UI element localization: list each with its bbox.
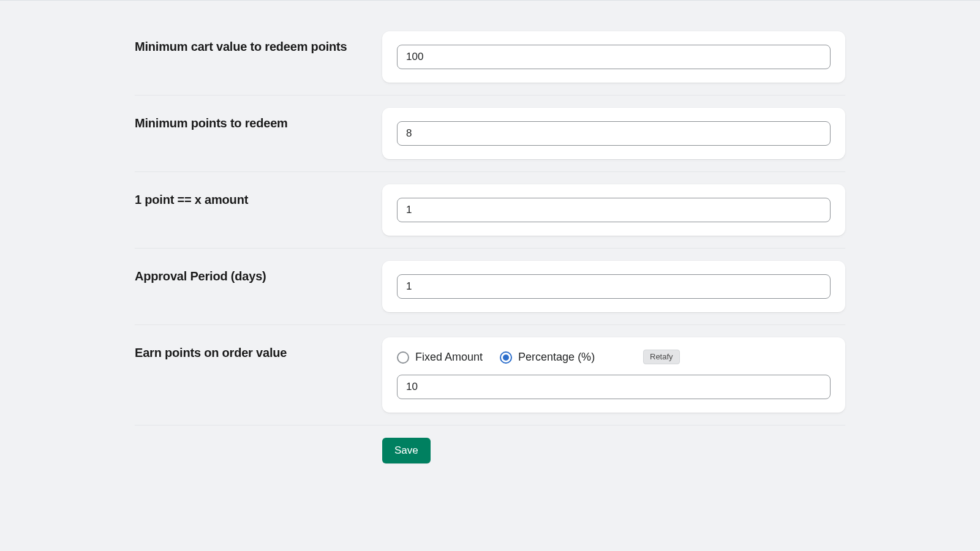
card-col: [382, 184, 845, 236]
radio-label-fixed: Fixed Amount: [415, 351, 483, 364]
radio-icon: [500, 351, 512, 364]
point-amount-label: 1 point == x amount: [135, 192, 382, 208]
save-button[interactable]: Save: [382, 438, 431, 463]
setting-row-point-amount: 1 point == x amount: [135, 172, 845, 248]
label-col: Earn points on order value: [135, 337, 382, 361]
settings-page: Minimum cart value to redeem points Mini…: [0, 0, 980, 551]
earn-points-card: Fixed Amount Percentage (%) Retafy: [382, 337, 845, 413]
radio-label-percentage: Percentage (%): [518, 351, 595, 364]
min-cart-value-input[interactable]: [397, 45, 831, 69]
min-cart-value-card: [382, 31, 845, 83]
setting-row-earn-points: Earn points on order value Fixed Amount …: [135, 325, 845, 425]
card-col: [382, 261, 845, 312]
card-col: [382, 31, 845, 83]
point-amount-card: [382, 184, 845, 236]
setting-row-min-points: Minimum points to redeem: [135, 96, 845, 171]
card-col: Fixed Amount Percentage (%) Retafy: [382, 337, 845, 413]
earn-points-radio-group: Fixed Amount Percentage (%) Retafy: [397, 351, 831, 364]
setting-row-approval-period: Approval Period (days): [135, 249, 845, 324]
approval-period-input[interactable]: [397, 274, 831, 299]
approval-period-label: Approval Period (days): [135, 268, 382, 284]
radio-option-fixed[interactable]: Fixed Amount: [397, 351, 483, 364]
actions-col: Save: [382, 438, 845, 463]
radio-option-percentage[interactable]: Percentage (%): [500, 351, 595, 364]
settings-container: Minimum cart value to redeem points Mini…: [135, 19, 845, 476]
retafy-tag: Retafy: [643, 350, 680, 364]
label-col: Approval Period (days): [135, 261, 382, 284]
actions-row: Save: [135, 425, 845, 476]
approval-period-card: [382, 261, 845, 312]
min-points-label: Minimum points to redeem: [135, 115, 382, 131]
min-points-input[interactable]: [397, 121, 831, 146]
min-cart-value-label: Minimum cart value to redeem points: [135, 39, 382, 54]
label-col: Minimum points to redeem: [135, 108, 382, 131]
setting-row-min-cart-value: Minimum cart value to redeem points: [135, 19, 845, 95]
earn-points-label: Earn points on order value: [135, 345, 382, 361]
radio-icon: [397, 351, 409, 364]
point-amount-input[interactable]: [397, 198, 831, 222]
label-col: [135, 438, 382, 445]
label-col: Minimum cart value to redeem points: [135, 31, 382, 54]
earn-points-value-input[interactable]: [397, 375, 831, 399]
min-points-card: [382, 108, 845, 159]
label-col: 1 point == x amount: [135, 184, 382, 208]
card-col: [382, 108, 845, 159]
